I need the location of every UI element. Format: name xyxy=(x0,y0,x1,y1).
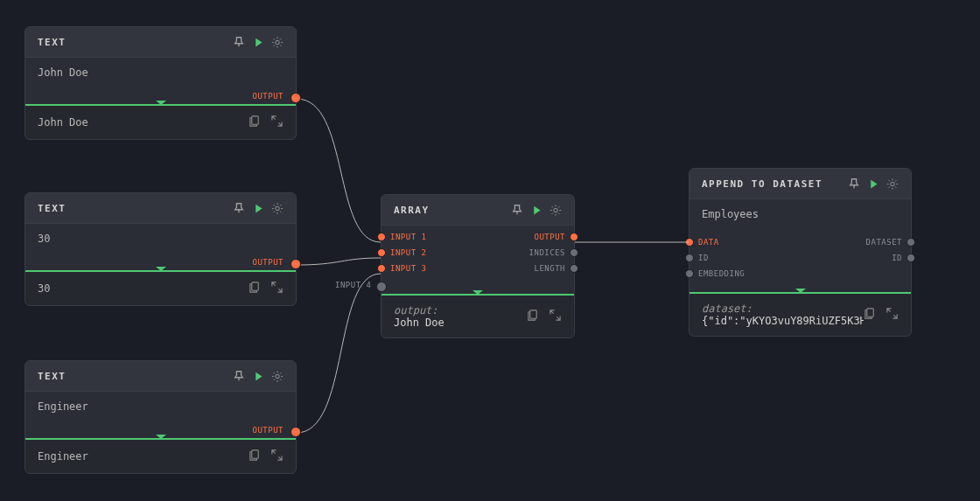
gear-icon[interactable] xyxy=(886,177,899,190)
input-4-port[interactable] xyxy=(376,282,387,292)
copy-icon[interactable] xyxy=(248,115,262,130)
expand-icon[interactable] xyxy=(270,115,284,130)
header-icons xyxy=(233,370,284,382)
svg-point-6 xyxy=(554,208,557,212)
gear-icon[interactable] xyxy=(271,370,284,382)
pin-icon[interactable] xyxy=(233,370,245,382)
svg-rect-1 xyxy=(252,116,259,124)
output-port[interactable]: OUTPUT xyxy=(529,229,574,245)
expand-icon[interactable] xyxy=(270,281,284,296)
copy-icon[interactable] xyxy=(248,449,262,464)
svg-rect-5 xyxy=(252,450,259,458)
node-title: TEXT xyxy=(38,371,66,382)
expand-icon[interactable] xyxy=(886,307,899,323)
node-footer: John Doe xyxy=(25,106,296,139)
data-port[interactable]: DATA xyxy=(690,234,745,250)
divider xyxy=(25,270,296,272)
copy-icon[interactable] xyxy=(248,281,262,296)
node-body: 30 xyxy=(25,224,296,255)
text-node-2[interactable]: TEXT 30 OUTPUT 30 xyxy=(24,192,297,306)
input-4-label: INPUT 4 xyxy=(335,281,371,289)
node-title: ARRAY xyxy=(394,205,430,216)
play-icon[interactable] xyxy=(867,177,879,190)
node-header[interactable]: APPEND TO DATASET xyxy=(690,169,911,199)
node-header[interactable]: TEXT xyxy=(25,361,296,392)
divider xyxy=(690,292,911,294)
header-icons xyxy=(233,202,284,214)
copy-icon[interactable] xyxy=(864,307,877,323)
pin-icon[interactable] xyxy=(848,177,860,190)
output-port[interactable] xyxy=(290,93,301,103)
svg-point-2 xyxy=(276,206,279,210)
gear-icon[interactable] xyxy=(271,202,284,214)
id-output-port[interactable]: ID xyxy=(866,250,911,266)
node-title: TEXT xyxy=(38,37,66,48)
pin-icon[interactable] xyxy=(233,202,245,214)
dataset-port[interactable]: DATASET xyxy=(866,234,911,250)
svg-rect-9 xyxy=(867,309,874,317)
output-port[interactable] xyxy=(290,427,301,437)
play-icon[interactable] xyxy=(252,36,264,48)
node-footer: 30 xyxy=(25,272,296,305)
node-body: Engineer xyxy=(25,392,296,423)
node-footer: Engineer xyxy=(25,440,296,473)
ports: INPUT 1 INPUT 2 INPUT 3 OUTPUT xyxy=(382,226,574,280)
node-canvas[interactable]: TEXT John Doe OUTPUT John Doe TEXT xyxy=(0,0,980,501)
expand-icon[interactable] xyxy=(270,449,284,464)
input-2-port[interactable]: INPUT 2 xyxy=(382,245,426,261)
ports: DATA ID EMBEDDING DATASET xyxy=(690,231,911,285)
svg-rect-3 xyxy=(252,282,259,290)
embedding-port[interactable]: EMBEDDING xyxy=(690,266,745,282)
node-title: TEXT xyxy=(38,203,66,214)
svg-point-4 xyxy=(276,374,279,378)
length-port[interactable]: LENGTH xyxy=(529,261,574,276)
indices-port[interactable]: INDICES xyxy=(529,245,574,261)
text-node-3[interactable]: TEXT Engineer OUTPUT Engineer xyxy=(24,360,297,474)
gear-icon[interactable] xyxy=(271,36,284,48)
append-dataset-node[interactable]: APPEND TO DATASET Employees DATA ID xyxy=(689,168,912,337)
copy-icon[interactable] xyxy=(527,309,540,324)
pin-icon[interactable] xyxy=(233,36,245,48)
node-body: Employees xyxy=(690,199,911,231)
input-3-port[interactable]: INPUT 3 xyxy=(382,261,426,276)
node-title: APPEND TO DATASET xyxy=(702,178,822,190)
divider xyxy=(25,104,296,106)
svg-point-0 xyxy=(276,40,279,44)
node-header[interactable]: TEXT xyxy=(25,193,296,224)
id-input-port[interactable]: ID xyxy=(690,250,745,266)
node-footer: output: John Doe xyxy=(382,296,574,337)
input-1-port[interactable]: INPUT 1 xyxy=(382,229,426,245)
header-icons xyxy=(848,177,899,190)
header-icons xyxy=(233,36,284,48)
svg-rect-7 xyxy=(530,310,537,318)
array-node[interactable]: ARRAY INPUT 1 INPUT 2 xyxy=(381,194,575,338)
node-footer: dataset: {"id":"yKYO3vuY89RiUZF5K3H6a","… xyxy=(690,294,911,336)
output-port[interactable] xyxy=(290,259,301,269)
pin-icon[interactable] xyxy=(511,204,523,216)
divider xyxy=(25,438,296,440)
gear-icon[interactable] xyxy=(550,204,562,216)
svg-point-8 xyxy=(891,182,894,185)
divider xyxy=(382,294,574,296)
play-icon[interactable] xyxy=(252,370,264,382)
expand-icon[interactable] xyxy=(549,309,562,324)
node-body: John Doe xyxy=(25,58,296,89)
header-icons xyxy=(511,204,562,216)
node-header[interactable]: ARRAY xyxy=(382,195,574,226)
play-icon[interactable] xyxy=(252,202,264,214)
node-header[interactable]: TEXT xyxy=(25,27,296,58)
text-node-1[interactable]: TEXT John Doe OUTPUT John Doe xyxy=(24,26,297,140)
play-icon[interactable] xyxy=(530,204,542,216)
